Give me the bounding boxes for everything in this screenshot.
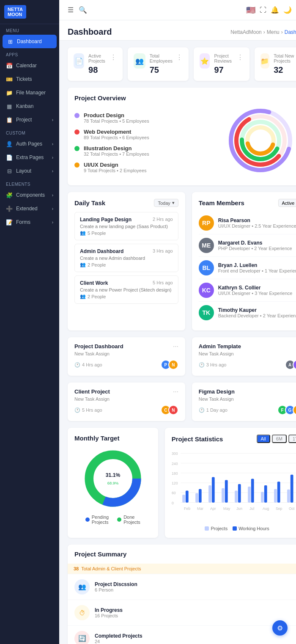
svg-rect-26: [195, 493, 198, 502]
team-members-card: Team Members Active ▾ RP Risa Pearson UI…: [192, 192, 296, 330]
new-projects-icon: 📁: [260, 53, 269, 69]
chevron-right-icon: ›: [52, 169, 53, 173]
svg-text:Mar: Mar: [197, 506, 203, 511]
sidebar-item-label: Calendar: [16, 63, 37, 69]
sidebar-item-label: Tickets: [16, 76, 32, 82]
sidebar-item-label: Extended: [16, 206, 38, 212]
svg-text:31.1%: 31.1%: [106, 472, 121, 478]
sidebar-item-layout[interactable]: ⊟ Layout ›: [0, 164, 59, 178]
sidebar-item-dashboard[interactable]: ⊞ Dashboard: [3, 35, 57, 48]
sidebar-item-file-manager[interactable]: 📁 File Manager: [0, 86, 59, 99]
svg-text:Sep: Sep: [276, 506, 282, 511]
summary-item-value: 16 Projects: [95, 613, 123, 618]
done-dot: [117, 517, 121, 522]
svg-text:120: 120: [172, 481, 178, 485]
stat-value: 75: [150, 65, 176, 75]
sidebar-item-extra-pages[interactable]: 📄 Extra Pages ›: [0, 151, 59, 164]
sidebar-item-forms[interactable]: 📝 Forms ›: [0, 215, 59, 229]
member-item-4: TK Timothy Kauper Backend Developer • 2 …: [199, 302, 296, 324]
sidebar-item-calendar[interactable]: 📅 Calendar: [0, 59, 59, 72]
member-name: Timothy Kauper: [218, 307, 296, 313]
monthly-donut: 31.1% 68.9%: [74, 447, 151, 510]
tickets-icon: 🎫: [6, 76, 13, 83]
project-card-2: Client Project ⋯ New Task Assign 🕐 5 Hrs…: [68, 383, 185, 421]
svg-text:240: 240: [172, 462, 178, 466]
employees-icon: 👥: [134, 53, 145, 69]
legend-projects: Projects: [205, 526, 227, 531]
summary-item-label: In Progress: [95, 607, 123, 613]
proj-card-header: Client Project ⋯: [74, 388, 178, 395]
breadcrumb-sep: ›: [263, 29, 265, 35]
ov-sub: 9 Total Projects • 2 Employees: [84, 168, 147, 173]
summary-total-badge: 38 Total Admin & Client Projects: [68, 564, 296, 574]
summary-item-0: 👥 Project Discssion 6 Person ℹ: [68, 574, 296, 600]
task-title: Client Work 5 Hrs ago: [80, 280, 173, 286]
breadcrumb-current: Dashboard: [285, 29, 296, 35]
summary-title: Project Summary: [74, 550, 126, 558]
calendar-icon: 📅: [6, 62, 13, 69]
svg-text:68.9%: 68.9%: [107, 481, 119, 485]
proj-card-title: Figma Design: [199, 388, 235, 395]
member-info: Kathryn S. Collier UI/UX Designer • 3 Ye…: [218, 285, 293, 296]
breadcrumb-home: NettaAdMoon: [230, 29, 261, 35]
sidebar-item-project[interactable]: 📋 Project ›: [0, 113, 59, 127]
active-filter-label: Active: [282, 201, 295, 206]
ov-info: UI/UX Design 9 Total Projects • 2 Employ…: [84, 162, 147, 173]
task-title: Admin Dashboard 3 Hrs ago: [80, 248, 173, 254]
bar-chart-svg: 300 240 180 120 60 0: [172, 448, 296, 522]
components-icon: 🧩: [6, 192, 13, 198]
active-filter-button[interactable]: Active ▾: [278, 199, 296, 207]
team-header: Team Members Active ▾: [199, 199, 296, 207]
svg-rect-32: [235, 491, 238, 503]
task-desc: Create a new landing page (Saas Product): [80, 224, 173, 229]
today-filter-label: Today: [158, 201, 170, 206]
stat-info: Total Employees 75: [150, 53, 176, 75]
flag-icon[interactable]: 🇺🇸: [246, 6, 255, 15]
svg-rect-39: [277, 482, 280, 502]
stats-tab-1y[interactable]: 1Y: [288, 435, 296, 443]
chevron-right-icon: ›: [52, 142, 53, 146]
sidebar-item-auth-pages[interactable]: 👤 Auth Pages ›: [0, 137, 59, 151]
svg-rect-33: [238, 484, 241, 503]
stats-tab-6m[interactable]: 6M: [272, 435, 287, 443]
hamburger-icon[interactable]: ☰: [68, 6, 74, 14]
proj-card-footer: 🕐 1 Day ago F G Y: [199, 405, 296, 415]
svg-rect-41: [290, 475, 293, 503]
bell-icon[interactable]: 🔔: [271, 6, 279, 14]
proj-more-icon[interactable]: ⋯: [173, 388, 178, 395]
member-item-1: ME Margaret D. Evans PHP Developer • 2 Y…: [199, 234, 296, 257]
extended-icon: ➕: [6, 205, 13, 212]
proj-card-title: Client Project: [74, 388, 110, 395]
project-card-3: Figma Design ⋯ New Task Assign 🕐 1 Day a…: [192, 383, 296, 421]
stats-tab-all[interactable]: All: [257, 435, 270, 443]
expand-icon[interactable]: ⛶: [260, 6, 266, 14]
ov-sub: 32 Total Projects • 7 Employees: [84, 151, 149, 157]
moon-icon[interactable]: 🌙: [283, 6, 292, 14]
layout-icon: ⊟: [6, 168, 13, 174]
proj-more-icon[interactable]: ⋯: [173, 343, 178, 350]
chart-legend: Projects Working Hours: [172, 526, 296, 531]
avatar-group: F G Y: [277, 405, 296, 415]
sidebar-item-kanban[interactable]: ▦ Kanban: [0, 99, 59, 113]
list-item: UI/UX Design 9 Total Projects • 2 Employ…: [74, 162, 218, 173]
member-avatar: BL: [199, 260, 214, 275]
task-people: 👥 5 People: [80, 230, 173, 236]
sidebar-item-extended[interactable]: ➕ Extended ›: [0, 202, 59, 215]
more-icon[interactable]: ⋮: [110, 53, 117, 61]
summary-count: 38: [74, 566, 79, 571]
task-people: 👥 2 People: [80, 262, 173, 267]
svg-text:300: 300: [172, 451, 178, 456]
legend-done: Done Projects: [117, 515, 140, 525]
sidebar-item-tickets[interactable]: 🎫 Tickets: [0, 72, 59, 86]
more-icon[interactable]: ⋮: [237, 53, 244, 61]
legend-pending: Pending Projects: [85, 515, 109, 525]
people-icon: 👥: [80, 230, 86, 236]
gear-settings-button[interactable]: ⚙: [272, 620, 288, 636]
sidebar-item-label: Components: [16, 192, 45, 198]
search-icon[interactable]: 🔍: [79, 6, 87, 14]
proj-time: 🕐 1 Day ago: [199, 407, 227, 413]
sidebar-item-components[interactable]: 🧩 Components ›: [0, 188, 59, 202]
more-icon[interactable]: ⋮: [176, 53, 183, 61]
summary-item-2: 🔄 Completed Projects 24 ℹ: [68, 625, 296, 644]
today-filter-button[interactable]: Today ▾: [154, 199, 178, 207]
